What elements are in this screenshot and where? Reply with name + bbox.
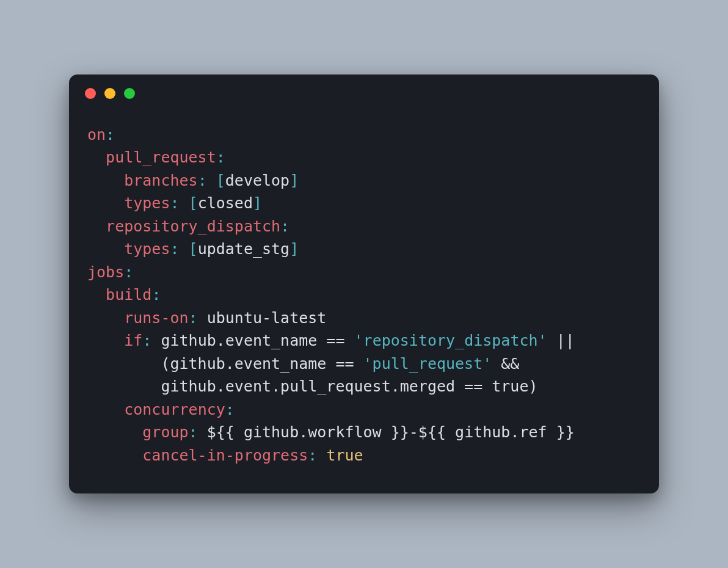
code-token: : — [124, 263, 133, 281]
code-block: on: pull_request: branches: [develop] ty… — [69, 99, 659, 494]
code-window: on: pull_request: branches: [develop] ty… — [69, 75, 659, 494]
code-line: github.event.pull_request.merged == true… — [87, 375, 641, 398]
code-token: && — [492, 355, 528, 373]
code-token — [87, 194, 124, 212]
code-line: (github.event_name == 'pull_request' && — [87, 352, 641, 376]
code-token: update_stg — [198, 240, 290, 258]
code-token — [87, 309, 124, 327]
code-line: build: — [87, 283, 641, 307]
code-token: ] — [289, 240, 299, 258]
code-line: types: [closed] — [87, 192, 641, 215]
code-token: ] — [253, 194, 262, 212]
code-token: build — [106, 286, 151, 304]
code-token: (github.event_name == — [87, 355, 363, 373]
code-token: group — [142, 423, 188, 441]
code-token — [87, 148, 106, 166]
code-line: on: — [87, 123, 641, 147]
code-token: : — [216, 148, 225, 166]
code-token: : [ — [170, 194, 197, 212]
code-token — [87, 172, 124, 189]
code-token: runs-on — [124, 309, 188, 327]
code-token — [87, 240, 124, 258]
code-token — [87, 423, 142, 441]
code-line: group: ${{ github.workflow }}-${{ github… — [87, 421, 641, 444]
code-line: runs-on: ubuntu-latest — [87, 307, 641, 330]
code-token — [317, 446, 326, 464]
code-token: github.event_name == — [151, 332, 354, 349]
code-token: 'pull_request' — [363, 355, 492, 373]
code-line: jobs: — [87, 261, 641, 284]
code-token: pull_request — [106, 148, 216, 166]
code-token: : — [142, 332, 151, 349]
code-token — [87, 332, 124, 349]
code-token: : [ — [198, 172, 225, 189]
code-line: branches: [develop] — [87, 169, 641, 192]
code-token: branches — [124, 172, 197, 189]
code-token: : — [280, 217, 289, 235]
code-token: : — [225, 401, 235, 418]
code-token: true — [326, 446, 363, 464]
code-token — [87, 446, 142, 464]
code-token: || — [547, 332, 584, 349]
code-token — [87, 217, 106, 235]
code-token: : [ — [170, 240, 197, 258]
code-token: develop — [225, 172, 289, 189]
code-token: : — [308, 446, 317, 464]
code-token: ] — [289, 172, 299, 189]
code-line: if: github.event_name == 'repository_dis… — [87, 329, 641, 352]
code-token: types — [124, 194, 170, 212]
code-token: cancel-in-progress — [142, 446, 308, 464]
code-line: concurrency: — [87, 398, 641, 421]
code-token: ${{ github.workflow }}-${{ github.ref }} — [198, 423, 575, 441]
code-line: cancel-in-progress: true — [87, 444, 641, 467]
code-line: pull_request: — [87, 146, 641, 169]
code-token: types — [124, 240, 170, 258]
code-token: : — [189, 309, 198, 327]
code-token: : — [151, 286, 161, 304]
code-token: jobs — [87, 263, 124, 281]
code-token: on — [87, 126, 106, 144]
code-line: repository_dispatch: — [87, 215, 641, 238]
close-icon[interactable] — [85, 88, 96, 99]
code-token: if — [124, 332, 142, 349]
code-token: 'repository_dispatch' — [354, 332, 547, 349]
code-token: : — [106, 126, 115, 144]
minimize-icon[interactable] — [104, 88, 115, 99]
code-line: types: [update_stg] — [87, 238, 641, 261]
code-token: closed — [198, 194, 253, 212]
window-titlebar — [69, 75, 659, 99]
code-token: : — [189, 423, 198, 441]
code-token: github.event.pull_request.merged == true… — [87, 377, 538, 395]
code-token: ubuntu-latest — [198, 309, 327, 327]
code-token: concurrency — [124, 401, 225, 418]
code-token — [87, 286, 106, 304]
code-token: repository_dispatch — [106, 217, 280, 235]
maximize-icon[interactable] — [124, 88, 135, 99]
code-token — [87, 401, 124, 418]
